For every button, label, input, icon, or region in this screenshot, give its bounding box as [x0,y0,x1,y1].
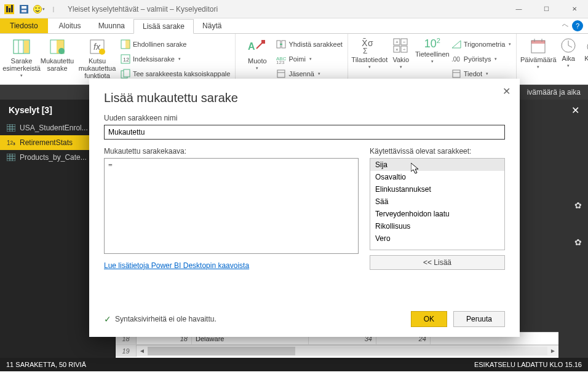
svg-text:A: A [248,41,255,52]
extract-button[interactable]: ABC123 Poimi▾ [275,52,343,66]
svg-rect-2 [9,8,10,12]
learn-more-link[interactable]: Lue lisätietoja Power BI Desktopin kaavo… [104,261,359,270]
tab-transform[interactable]: Muunna [90,18,133,33]
invoke-function-button[interactable]: fx Kutsu mukautettua funktiota [75,36,119,83]
scroll-thumb[interactable] [148,347,295,355]
ribbon: Sarake esimerkeistä ▾ Mukautettu sarake … [0,34,588,85]
svg-text:123: 123 [276,60,285,64]
column-from-examples-label: Sarake esimerkeistä [2,57,41,72]
gear-icon[interactable]: ✿ [558,198,588,213]
svg-point-16 [58,48,65,54]
svg-rect-63 [7,154,15,161]
svg-rect-6 [22,10,26,12]
list-item[interactable]: Sää [370,195,504,208]
list-item[interactable]: Osavaltio [370,171,504,183]
gear-icon[interactable]: ✿ [558,235,588,250]
table-icon [6,153,16,162]
list-item[interactable]: Rikollisuus [370,220,504,232]
column-from-examples-button[interactable]: Sarake esimerkeistä ▾ [4,36,39,83]
svg-text:+: + [395,39,399,45]
svg-rect-21 [125,40,130,49]
new-column-name-input[interactable] [104,125,505,140]
scroll-track[interactable] [148,347,547,355]
settings-column: ✿ ✿ [558,100,588,358]
row-header: 19 [116,345,137,357]
horizontal-scrollbar[interactable]: ◄ ► [137,345,558,356]
svg-text:×: × [395,47,399,52]
svg-rect-1 [6,6,8,12]
duration-button[interactable]: Kesto ▾ [581,36,588,83]
minimize-button[interactable]: — [505,0,533,18]
context-bar-text: ivämäärä ja aika [527,88,581,97]
svg-point-19 [99,49,105,55]
dialog-title: Lisää mukautettu sarake [104,91,505,105]
svg-rect-32 [277,70,285,77]
panel-close-icon[interactable]: ✕ [571,105,579,116]
save-icon[interactable] [17,2,31,16]
custom-column-button[interactable]: Mukautettu sarake [39,36,75,83]
scroll-right-icon[interactable]: ► [547,347,558,354]
help-icon[interactable]: ? [572,20,583,31]
check-icon: ✓ [104,314,111,324]
add-custom-column-dialog: ✕ Lisää mukautettu sarake Uuden sarakkee… [89,79,520,337]
dialog-close-icon[interactable]: ✕ [499,84,514,98]
list-item[interactable]: Sija [370,159,504,171]
ribbon-tabs: Tiedosto Aloitus Muunna Lisää sarake Näy… [0,18,588,34]
standard-button[interactable]: +−×÷ Vakio ▾ [387,36,415,83]
format-button[interactable]: A Muoto ▾ [239,36,275,83]
available-columns-label: Käytettävissä olevat sarakkeet: [370,147,505,156]
svg-marker-68 [411,163,418,173]
svg-rect-5 [22,6,26,9]
invoke-function-label: Kutsu mukautettua funktiota [75,57,119,79]
status-right: ESIKATSELU LADATTU KLO 15.16 [474,361,582,368]
svg-text:.00: .00 [451,56,460,63]
close-button[interactable]: ✕ [560,0,588,18]
feedback-smile-icon[interactable]: ▾ [32,2,46,16]
table-row[interactable]: 19 ◄ ► [116,344,558,357]
syntax-status: ✓ Syntaksivirheitä ei ole havaittu. [104,314,217,324]
svg-text:−: − [403,39,406,45]
tab-view[interactable]: Näytä [194,18,230,33]
list-item[interactable]: Terveydenhoidon laatu [370,208,504,220]
svg-rect-3 [11,5,13,12]
svg-marker-44 [452,41,461,48]
table-icon [6,124,16,132]
svg-point-9 [38,7,39,9]
date-button[interactable]: Päivämäärä ▾ [520,36,556,83]
formula-input[interactable]: = [104,158,359,254]
svg-rect-58 [7,124,15,132]
time-button[interactable]: Aika ▾ [556,36,581,83]
svg-text:÷: ÷ [403,47,406,52]
list-item[interactable]: Vero [370,232,504,245]
tab-file[interactable]: Tiedosto [0,18,48,33]
number-icon: 12₃ [6,138,16,147]
tab-add-column[interactable]: Lisää sarake [133,19,194,34]
app-icon[interactable] [2,2,16,16]
ribbon-collapse-icon[interactable]: へ [562,18,572,33]
rounding-button[interactable]: .00 Pyöristys▾ [450,52,512,66]
index-column-button[interactable]: 12 Indeksisarake▾ [119,52,231,66]
status-bar: 11 SARAKETTA, 50 RIVIÄ ESIKATSELU LADATT… [0,358,588,371]
syntax-text: Syntaksivirheitä ei ole havaittu. [115,315,217,323]
svg-rect-13 [24,41,29,53]
merge-columns-button[interactable]: Yhdistä sarakkeet [275,38,343,51]
cancel-button[interactable]: Peruuta [453,311,505,327]
conditional-column-button[interactable]: Ehdollinen sarake [119,38,231,51]
insert-column-button[interactable]: << Lisää [370,255,505,270]
mouse-cursor-icon [411,163,421,175]
available-columns-list[interactable]: Sija Osavaltio Elinkustannukset Sää Terv… [370,158,505,250]
svg-rect-49 [531,41,545,44]
maximize-button[interactable]: ☐ [533,0,560,18]
tab-home[interactable]: Aloitus [50,18,90,33]
window-controls: — ☐ ✕ [505,0,588,18]
list-item[interactable]: Elinkustannukset [370,183,504,195]
scroll-left-icon[interactable]: ◄ [137,347,148,354]
status-left: 11 SARAKETTA, 50 RIVIÄ [6,361,86,368]
trig-button[interactable]: Trigonometria▾ [450,38,512,51]
ok-button[interactable]: OK [411,311,447,327]
statistics-button[interactable]: X̄σΣ Tilastotiedot ▾ [352,36,387,83]
window-title: Yleiset kyselytehtävät – valmiit – Kysel… [63,5,505,14]
svg-text:Σ: Σ [363,47,367,55]
custom-column-label: Mukautettu sarake [39,57,75,72]
scientific-button[interactable]: 102 Tieteellinen ▾ [415,36,450,83]
